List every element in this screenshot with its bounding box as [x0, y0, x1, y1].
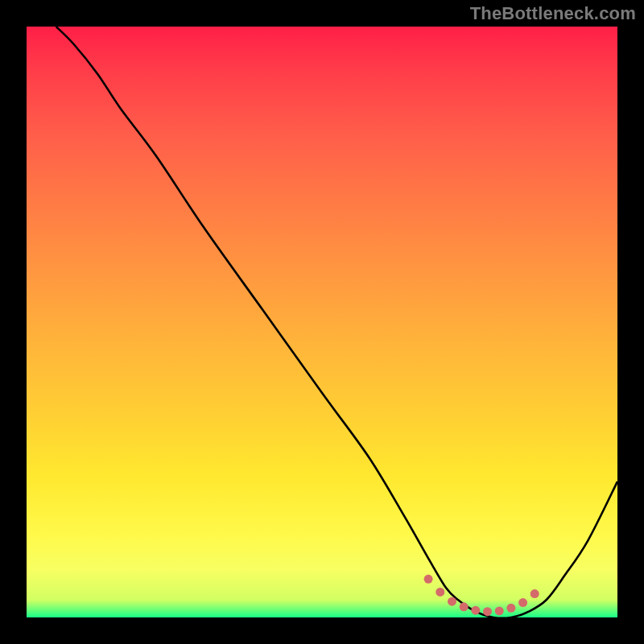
- marker-dot: [471, 606, 480, 615]
- marker-dot: [495, 606, 504, 615]
- marker-dot: [518, 598, 527, 607]
- marker-dot: [448, 597, 456, 606]
- marker-dot: [424, 575, 433, 584]
- bottom-markers: [424, 575, 539, 616]
- marker-dot: [436, 588, 444, 597]
- plot-area: [27, 27, 617, 617]
- marker-dot: [506, 604, 515, 613]
- chart-root: TheBottleneck.com: [0, 0, 644, 644]
- marker-dot: [483, 607, 492, 616]
- marker-dot: [530, 589, 539, 598]
- watermark-label: TheBottleneck.com: [470, 3, 636, 24]
- marker-dot: [460, 602, 469, 611]
- marker-layer: [27, 27, 617, 617]
